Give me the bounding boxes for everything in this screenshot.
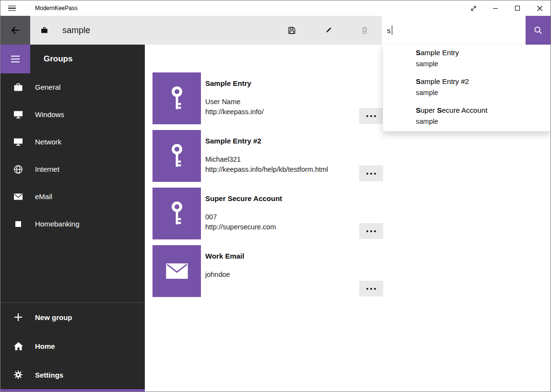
key-icon	[167, 200, 187, 227]
close-button[interactable]	[528, 0, 551, 16]
square-icon	[12, 218, 24, 230]
entry-text: Work Email johndoe	[205, 245, 383, 279]
sidebar-footer: New group Home	[0, 302, 145, 389]
key-icon	[167, 142, 187, 170]
suggestion-subtitle: sample	[416, 117, 546, 126]
entry-row[interactable]: Work Email johndoe	[152, 245, 383, 297]
home-icon	[12, 340, 24, 352]
ellipsis-icon	[366, 173, 368, 175]
suggestion-subtitle: sample	[416, 88, 546, 97]
sidebar-item-label: Network	[35, 138, 61, 146]
sidebar-header: Groups	[0, 45, 145, 73]
sidebar-item-label: New group	[35, 313, 72, 321]
sidebar-item-label: Home	[35, 342, 55, 350]
menu-icon[interactable]	[8, 6, 16, 11]
entry-url: http://keepass.info/	[205, 107, 383, 117]
sidebar-item-new-group[interactable]: New group	[0, 303, 145, 332]
sidebar-item-label: Homebanking	[35, 220, 80, 228]
sidebar-item-internet[interactable]: Internet	[0, 155, 145, 183]
suggestion-title: Sample Entry	[416, 48, 546, 58]
entry-url: http://keepass.info/help/kb/testform.htm…	[205, 165, 383, 174]
entry-username: 007	[205, 213, 383, 222]
suggestion-title: Sample Entry #2	[416, 77, 546, 86]
trash-icon	[360, 26, 369, 35]
globe-icon	[12, 163, 24, 176]
sidebar-item-general[interactable]: General	[0, 73, 145, 101]
nav-toggle-button[interactable]	[0, 45, 30, 73]
back-arrow-icon	[10, 24, 21, 36]
more-button[interactable]	[359, 108, 383, 124]
search-suggestion[interactable]: Super Secure Account sample	[383, 102, 551, 131]
monitor-icon	[12, 136, 24, 148]
ellipsis-icon	[366, 230, 368, 232]
groups-heading: Groups	[44, 54, 72, 64]
sidebar-item-label: Internet	[35, 165, 59, 173]
plus-icon	[12, 311, 24, 323]
search-button[interactable]	[526, 16, 551, 45]
entry-title: Super Secure Account	[205, 194, 383, 203]
search-suggestions-panel: Sample Entry sample Sample Entry #2 samp…	[383, 45, 551, 131]
minimize-button[interactable]	[484, 0, 506, 16]
entry-row[interactable]: Sample Entry User Name http://keepass.in…	[152, 72, 383, 124]
search-suggestion[interactable]: Sample Entry sample	[383, 45, 551, 73]
more-button[interactable]	[359, 166, 383, 181]
ellipsis-icon	[366, 115, 368, 117]
sidebar-item-email[interactable]: eMail	[0, 183, 145, 210]
entry-tile	[152, 188, 201, 239]
window-controls	[462, 0, 551, 16]
group-list: General Windows	[0, 73, 145, 238]
edit-button[interactable]	[317, 16, 340, 45]
search-input-value: s	[387, 26, 391, 35]
sidebar-item-home[interactable]: Home	[0, 332, 145, 360]
resize-diagonal-icon	[470, 5, 477, 12]
entry-text: Super Secure Account 007 http://supersec…	[205, 188, 383, 232]
sidebar-item-label: General	[35, 83, 60, 91]
entry-list: Sample Entry User Name http://keepass.in…	[152, 72, 383, 303]
text-caret	[392, 25, 392, 35]
back-button[interactable]	[0, 16, 30, 45]
entry-username: Michael321	[205, 155, 383, 164]
entry-row[interactable]: Super Secure Account 007 http://supersec…	[152, 188, 383, 239]
entry-row[interactable]: Sample Entry #2 Michael321 http://keepas…	[152, 130, 383, 182]
more-button[interactable]	[359, 223, 383, 239]
search-suggestion[interactable]: Sample Entry #2 sample	[383, 73, 551, 102]
delete-button[interactable]	[353, 16, 376, 45]
ellipsis-icon	[366, 288, 368, 290]
sidebar-item-label: eMail	[35, 192, 52, 201]
titlebar: ModernKeePass	[0, 0, 551, 16]
app-window: ModernKeePass	[0, 0, 551, 392]
pencil-icon	[324, 26, 333, 35]
search-input[interactable]: s	[382, 16, 526, 45]
close-icon	[537, 6, 542, 11]
save-button[interactable]	[280, 16, 303, 45]
save-icon	[287, 26, 296, 35]
entry-text: Sample Entry User Name http://keepass.in…	[205, 72, 383, 117]
hamburger-icon	[11, 56, 20, 62]
monitor-icon	[12, 108, 24, 121]
key-icon	[167, 84, 187, 112]
command-bar: sample	[0, 16, 551, 45]
accent-strip	[0, 389, 145, 392]
briefcase-icon	[12, 81, 24, 94]
suggestion-title: Super Secure Account	[416, 106, 546, 115]
command-bar-actions	[280, 16, 376, 45]
entry-username: User Name	[205, 97, 383, 107]
entry-username: johndoe	[205, 270, 383, 279]
gear-icon	[12, 368, 24, 381]
magnifier-icon	[533, 25, 543, 35]
database-name: sample	[62, 25, 90, 36]
maximize-button[interactable]	[506, 0, 528, 16]
minimize-icon	[493, 8, 498, 9]
briefcase-icon	[41, 27, 48, 34]
sidebar: Groups General	[0, 45, 145, 392]
resize-diagonal-button[interactable]	[462, 0, 484, 16]
envelope-icon	[165, 262, 188, 280]
entry-tile	[152, 130, 201, 182]
sidebar-item-label: Settings	[35, 371, 63, 379]
sidebar-item-windows[interactable]: Windows	[0, 101, 145, 128]
sidebar-item-settings[interactable]: Settings	[0, 360, 145, 389]
entry-tile	[152, 72, 201, 124]
more-button[interactable]	[359, 281, 383, 297]
sidebar-item-homebanking[interactable]: Homebanking	[0, 210, 145, 238]
sidebar-item-network[interactable]: Network	[0, 128, 145, 155]
